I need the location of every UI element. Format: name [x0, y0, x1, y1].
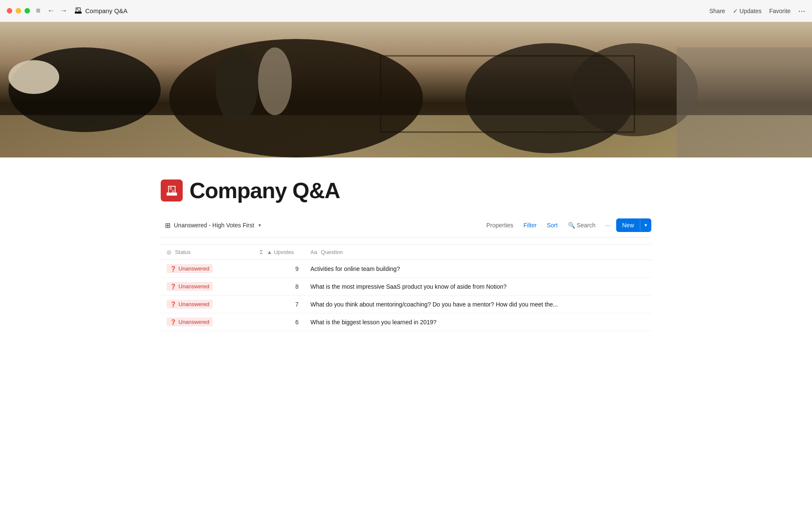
traffic-lights	[7, 8, 30, 14]
back-button[interactable]: ←	[46, 6, 57, 16]
status-badge: ❓ Unanswered	[167, 282, 213, 291]
favorite-button[interactable]: Favorite	[769, 8, 791, 14]
close-button[interactable]	[7, 8, 12, 14]
more-options-icon[interactable]: ···	[601, 219, 614, 232]
chevron-down-icon: ▾	[258, 222, 261, 228]
question-column-header[interactable]: Aa Question	[304, 245, 651, 260]
status-label: Unanswered	[178, 265, 209, 272]
hero-banner	[0, 22, 812, 157]
sigma-icon: Σ	[260, 249, 263, 255]
status-label: Unanswered	[178, 283, 209, 290]
upvotes-cell: 6	[254, 313, 304, 331]
status-cell: ❓ Unanswered	[161, 278, 254, 295]
status-header-icon: ◎	[167, 249, 171, 255]
status-badge: ❓ Unanswered	[167, 300, 213, 309]
share-button[interactable]: Share	[709, 8, 725, 14]
question-icon: ❓	[170, 284, 176, 290]
question-icon: ❓	[170, 301, 176, 307]
status-cell: ❓ Unanswered	[161, 295, 254, 313]
updates-button[interactable]: ✓ Updates	[733, 8, 762, 14]
more-icon[interactable]: ···	[798, 6, 805, 16]
minimize-button[interactable]	[16, 8, 21, 14]
upvote-arrow-icon: ▲	[267, 249, 272, 255]
table-row[interactable]: ❓ Unanswered 9 Activities for online tea…	[161, 260, 651, 278]
text-icon: Aa	[310, 249, 317, 255]
table-row[interactable]: ❓ Unanswered 7 What do you think about m…	[161, 295, 651, 313]
titlebar-title: Company Q&A	[85, 7, 128, 14]
table-row[interactable]: ❓ Unanswered 6 What is the biggest lesso…	[161, 313, 651, 331]
view-name: Unanswered - High Votes First	[174, 222, 254, 229]
upvotes-column-header[interactable]: Σ ▲ Upvotes	[254, 245, 304, 260]
updates-label: Updates	[740, 8, 762, 14]
new-btn-chevron-icon[interactable]: ▾	[640, 219, 651, 232]
svg-rect-9	[677, 47, 812, 157]
status-badge: ❓ Unanswered	[167, 264, 213, 273]
table-header: ◎ Status Σ ▲ Upvotes Aa Question	[161, 245, 651, 260]
question-icon: ❓	[170, 319, 176, 325]
question-cell[interactable]: What is the biggest lesson you learned i…	[304, 313, 651, 331]
filter-button[interactable]: Filter	[519, 220, 541, 231]
sort-button[interactable]: Sort	[543, 220, 562, 231]
status-cell: ❓ Unanswered	[161, 260, 254, 278]
status-cell: ❓ Unanswered	[161, 313, 254, 331]
page-title: Company Q&A	[189, 178, 340, 203]
table-body: ❓ Unanswered 9 Activities for online tea…	[161, 260, 651, 331]
page-emoji-icon: 🗳	[161, 179, 183, 202]
share-label: Share	[709, 8, 725, 14]
view-selector[interactable]: ⊞ Unanswered - High Votes First ▾	[161, 219, 265, 232]
checkmark-icon: ✓	[733, 8, 738, 14]
properties-button[interactable]: Properties	[482, 220, 518, 231]
upvotes-cell: 9	[254, 260, 304, 278]
painting-svg	[0, 22, 812, 157]
page-title-row: 🗳 Company Q&A	[161, 178, 651, 203]
question-cell[interactable]: What do you think about mentoring/coachi…	[304, 295, 651, 313]
page-content: 🗳 Company Q&A ⊞ Unanswered - High Votes …	[110, 157, 702, 348]
maximize-button[interactable]	[25, 8, 30, 14]
status-badge: ❓ Unanswered	[167, 318, 213, 326]
svg-point-6	[258, 47, 292, 115]
favorite-label: Favorite	[769, 8, 791, 14]
search-button[interactable]: 🔍 Search	[564, 220, 600, 231]
status-label: Unanswered	[178, 301, 209, 307]
titlebar-actions: Share ✓ Updates Favorite ···	[709, 6, 805, 16]
table-row[interactable]: ❓ Unanswered 8 What is the most impressi…	[161, 278, 651, 295]
forward-button[interactable]: →	[58, 6, 69, 16]
upvotes-cell: 7	[254, 295, 304, 313]
svg-point-3	[8, 60, 59, 94]
toolbar-right: Properties Filter Sort 🔍 Search ··· New …	[482, 218, 651, 232]
db-toolbar: ⊞ Unanswered - High Votes First ▾ Proper…	[161, 218, 651, 237]
status-label: Unanswered	[178, 319, 209, 325]
titlebar: ≡ ← → 🗳 Company Q&A Share ✓ Updates Favo…	[0, 0, 812, 22]
table-view-icon: ⊞	[165, 221, 170, 229]
page-icon: 🗳	[74, 6, 82, 15]
svg-point-5	[216, 47, 258, 124]
database-table: ◎ Status Σ ▲ Upvotes Aa Question ❓ Un	[161, 244, 651, 331]
search-icon: 🔍	[568, 222, 575, 229]
new-button-label: New	[616, 218, 640, 232]
question-cell[interactable]: What is the most impressive SaaS product…	[304, 278, 651, 295]
question-icon: ❓	[170, 266, 176, 272]
hero-painting	[0, 22, 812, 157]
nav-buttons: ← →	[46, 6, 69, 16]
svg-point-4	[169, 39, 423, 157]
hamburger-icon[interactable]: ≡	[36, 6, 41, 15]
upvotes-cell: 8	[254, 278, 304, 295]
question-cell[interactable]: Activities for online team building?	[304, 260, 651, 278]
new-button[interactable]: New ▾	[616, 218, 651, 232]
status-column-header[interactable]: ◎ Status	[161, 245, 254, 260]
